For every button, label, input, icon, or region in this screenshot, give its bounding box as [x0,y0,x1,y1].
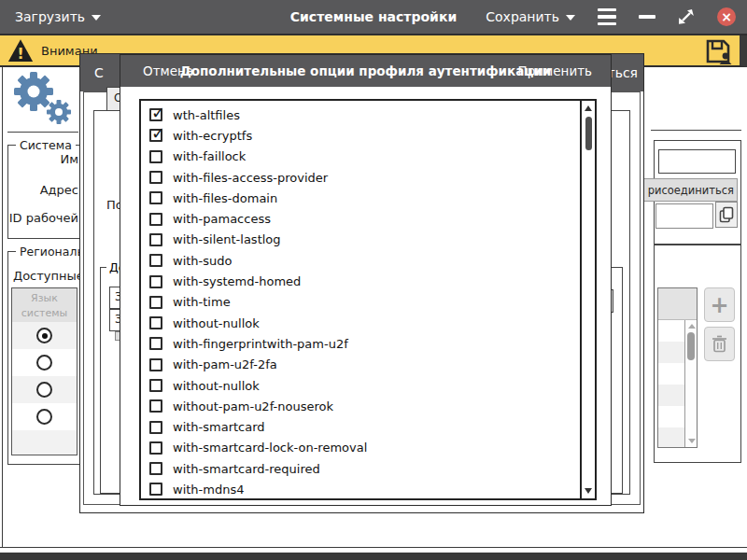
right-panel-divider [651,130,741,131]
option-label: with-systemd-homed [173,274,301,288]
workstation-id-field-label: ID рабочей [9,211,78,225]
option-checkbox[interactable] [149,358,162,371]
save-user-icon[interactable] [704,37,734,65]
scrollbar-thumb[interactable] [585,117,592,150]
option-row[interactable]: without-nullok [141,313,580,333]
option-row[interactable]: with-systemd-homed [141,271,580,291]
language-row[interactable] [12,403,77,430]
options-listbox: wth-altfiles with-ecryptfs with-faillock… [139,99,597,500]
option-row[interactable]: with-files-domain [141,188,580,208]
copy-icon [719,206,734,223]
option-checkbox[interactable] [149,275,162,288]
option-row[interactable]: with-files-access-provider [141,167,580,188]
apply-button[interactable]: Применить [518,63,592,78]
option-checkbox[interactable] [149,254,162,267]
chevron-down-icon [566,15,575,21]
scroll-down-icon[interactable] [585,488,592,494]
dialog-left-button-fragment[interactable]: С [94,65,104,80]
option-label: with-silent-lastlog [173,232,281,246]
scrollbar-thumb[interactable] [687,332,695,360]
option-row[interactable]: with-pam-u2f-2fa [141,355,580,375]
option-checkbox[interactable] [149,171,162,184]
close-icon[interactable]: × [717,7,736,26]
option-checkbox[interactable] [149,462,162,475]
option-row[interactable]: with-smartcard-lock-on-removal [141,438,580,458]
option-checkbox[interactable] [149,213,162,226]
maximize-icon[interactable] [678,8,695,25]
radio-selected[interactable] [36,328,52,343]
chevron-down-icon [92,15,101,21]
language-table-body [12,322,77,455]
side-list [657,287,698,448]
system-group-legend: Система [16,138,76,152]
option-checkbox[interactable] [149,441,162,455]
copy-button[interactable] [715,202,738,228]
option-row[interactable]: with-sudo [141,250,580,271]
option-checkbox[interactable] [149,233,162,246]
option-checkbox[interactable] [149,108,162,121]
language-row[interactable] [12,349,77,376]
option-label: without-nullok [173,316,260,330]
option-row[interactable]: with-silent-lastlog [141,230,580,250]
options-scrollbar[interactable] [580,101,595,498]
option-checkbox[interactable] [149,483,162,496]
scroll-down-icon[interactable] [688,439,696,443]
radio-unselected[interactable] [36,382,52,398]
option-label: with-sudo [173,254,233,268]
side-list-scrollbar[interactable] [684,320,697,447]
scroll-up-icon[interactable] [688,324,696,329]
minimize-icon[interactable] [639,15,655,19]
option-row[interactable]: without-pam-u2f-nouserok [141,396,580,416]
load-menu-button[interactable]: Загрузить [15,9,101,24]
language-row[interactable] [12,322,77,349]
radio-unselected[interactable] [36,355,52,371]
delete-button[interactable] [704,327,735,361]
text-input[interactable] [658,149,736,174]
titlebar: Загрузить Системные настройки Сохранить … [0,0,747,35]
join-button[interactable]: рисоединиться [635,178,738,202]
option-row[interactable]: without-nullok [141,375,580,396]
option-row[interactable]: with-smartcard [141,416,580,437]
language-row [12,430,77,455]
option-label: with-pam-u2f-2fa [173,357,277,371]
language-row[interactable] [12,376,77,403]
language-table: Язык системы [11,287,78,455]
options-list: wth-altfiles with-ecryptfs with-faillock… [141,101,580,498]
option-checkbox[interactable] [149,191,162,204]
scroll-up-icon[interactable] [585,105,592,111]
option-label: with-fingerprintwith-pam-u2f [173,337,348,351]
text-input[interactable] [655,203,713,229]
option-checkbox[interactable] [149,399,162,413]
option-label: without-nullok [173,379,260,393]
option-checkbox[interactable] [149,296,162,309]
option-row[interactable]: with-smartcard-required [141,458,580,479]
option-row[interactable]: with-mdns4 [141,479,580,498]
gears-icon [7,69,77,129]
option-row[interactable]: with-fingerprintwith-pam-u2f [141,333,580,354]
save-menu-button[interactable]: Сохранить [486,9,575,24]
window-bottom-border [0,553,747,560]
option-checkbox[interactable] [149,379,162,392]
option-row[interactable]: with-ecryptfs [141,125,580,146]
option-checkbox[interactable] [149,316,162,329]
name-field-label: Им [60,152,78,166]
menu-icon[interactable] [598,8,616,26]
option-label: with-files-access-provider [173,171,328,185]
option-label: wth-altfiles [173,108,240,122]
option-checkbox[interactable] [149,129,162,142]
option-label: with-mdns4 [173,483,244,497]
add-button[interactable]: + [704,287,735,322]
option-label: with-smartcard-required [173,462,320,476]
option-row[interactable]: with-pamaccess [141,208,580,229]
option-row[interactable]: wth-altfiles [141,105,580,125]
save-menu-label: Сохранить [486,9,559,24]
option-label: with-time [173,295,231,309]
option-checkbox[interactable] [149,150,162,163]
radio-unselected[interactable] [36,409,52,425]
option-checkbox[interactable] [149,421,162,434]
option-checkbox[interactable] [149,337,162,350]
address-field-label: Адрес [40,183,78,197]
option-row[interactable]: with-faillock [141,147,580,167]
option-row[interactable]: with-time [141,292,580,313]
option-label: with-smartcard-lock-on-removal [173,441,367,455]
